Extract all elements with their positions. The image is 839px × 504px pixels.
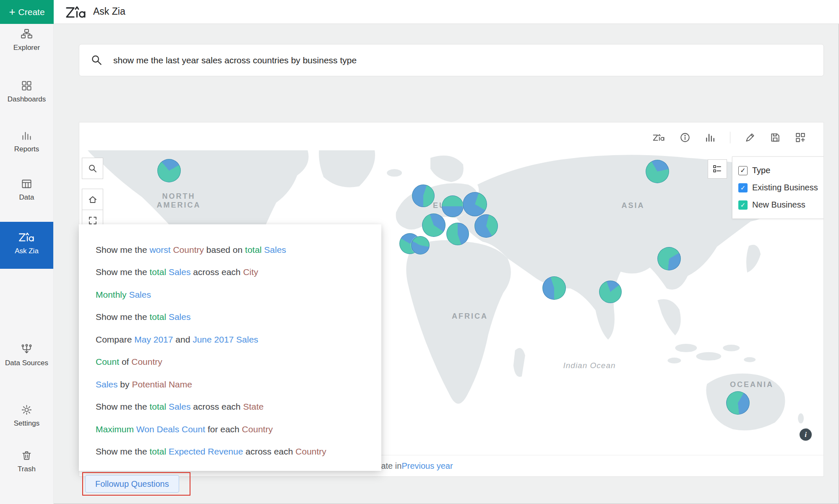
toolbar-divider <box>730 132 730 143</box>
suggestion-item[interactable]: Count of Country <box>96 351 373 374</box>
sidebar-item-data[interactable]: Data <box>0 178 53 202</box>
map-pie-chart[interactable] <box>657 247 681 270</box>
screen: + Create Ask Zia Explorer Dashboards Rep… <box>0 0 839 504</box>
edit-pencil-icon[interactable] <box>745 132 756 143</box>
map-pie-chart[interactable] <box>463 192 487 216</box>
suggestion-item[interactable]: Compare May 2017 and June 2017 Sales <box>96 328 373 351</box>
legend-item-label: Existing Business <box>752 183 818 192</box>
legend-toggle-button[interactable] <box>708 159 727 179</box>
suggestion-item[interactable]: Show me the worst Country based on total… <box>96 239 373 261</box>
legend-title-row[interactable]: ✓ Type <box>738 162 819 179</box>
plus-icon: + <box>9 6 15 17</box>
search-icon <box>88 164 98 174</box>
legend-title: Type <box>752 166 770 175</box>
create-button[interactable]: + Create <box>0 0 54 24</box>
legend-item-new-business[interactable]: ✓ New Business <box>738 196 819 213</box>
chart-type-icon[interactable] <box>705 132 716 143</box>
sidebar-item-ask-zia[interactable]: Ask Zia <box>0 222 53 269</box>
explorer-icon <box>21 29 32 40</box>
sidebar-item-label: Trash <box>18 465 36 473</box>
map-pie-chart[interactable] <box>542 276 566 300</box>
map-pie-chart[interactable] <box>411 236 430 255</box>
sidebar-item-explorer[interactable]: Explorer <box>0 29 53 52</box>
suggestions-list: Show me the worst Country based on total… <box>96 239 373 463</box>
create-label: Create <box>18 7 45 17</box>
dashboards-icon <box>21 80 32 91</box>
ask-zia-search-bar <box>79 44 824 76</box>
type-checkbox[interactable]: ✓ <box>738 166 748 175</box>
followup-questions-button[interactable]: Followup Questions <box>85 475 179 493</box>
sidebar-item-dashboards[interactable]: Dashboards <box>0 80 53 104</box>
map-pie-chart[interactable] <box>422 213 446 237</box>
footer-previous-year-link[interactable]: Previous year <box>401 461 453 471</box>
sidebar: Explorer Dashboards Reports Data Ask Zia… <box>0 24 54 504</box>
top-bar: + Create Ask Zia <box>0 0 839 24</box>
zia-logo-icon <box>65 4 87 22</box>
suggestion-item[interactable]: Show me the total Sales across each Stat… <box>96 396 373 418</box>
reports-icon <box>21 130 32 141</box>
map-search-button[interactable] <box>82 158 103 179</box>
sidebar-item-label: Data Sources <box>5 359 48 367</box>
map-pie-chart[interactable] <box>157 159 181 182</box>
map-pie-chart[interactable] <box>442 195 464 217</box>
save-icon[interactable] <box>770 132 781 143</box>
suggestion-item[interactable]: Show me the total Expected Revenue acros… <box>96 441 373 463</box>
map-home-button[interactable] <box>82 189 103 210</box>
legend-list-icon <box>712 164 722 174</box>
new-business-checkbox[interactable]: ✓ <box>738 200 748 210</box>
map-info-icon[interactable]: i <box>800 429 812 441</box>
page-title: Ask Zia <box>93 6 125 17</box>
existing-business-checkbox[interactable]: ✓ <box>738 183 748 192</box>
data-table-icon <box>21 178 32 190</box>
search-icon <box>91 55 102 66</box>
suggestion-item[interactable]: Show me the total Sales across each City <box>96 261 373 284</box>
legend-item-existing-business[interactable]: ✓ Existing Business <box>738 179 819 196</box>
suggestion-item[interactable]: Monthly Sales <box>96 283 373 306</box>
map-pie-chart[interactable] <box>446 223 469 245</box>
data-sources-icon <box>21 344 32 355</box>
sidebar-item-label: Data <box>19 193 34 201</box>
map-pie-chart[interactable] <box>599 281 622 303</box>
sidebar-item-label: Reports <box>14 145 39 153</box>
sidebar-item-data-sources[interactable]: Data Sources <box>0 344 53 367</box>
sidebar-item-trash[interactable]: Trash <box>0 450 53 473</box>
sidebar-item-settings[interactable]: Settings <box>0 404 53 428</box>
legend-panel: ✓ Type ✓ Existing Business ✓ New Busines… <box>732 156 823 219</box>
gear-icon <box>21 404 32 416</box>
info-icon[interactable] <box>680 132 690 143</box>
map-pie-chart[interactable] <box>726 391 750 415</box>
zia-icon[interactable] <box>653 133 665 142</box>
suggestion-item[interactable]: Sales by Potential Name <box>96 373 373 396</box>
home-icon <box>88 195 98 205</box>
sidebar-item-label: Ask Zia <box>15 247 39 255</box>
suggestion-item[interactable]: Maximum Won Deals Count for each Country <box>96 418 373 441</box>
sidebar-item-reports[interactable]: Reports <box>0 130 53 153</box>
map-pie-chart[interactable] <box>646 160 669 183</box>
suggestion-item[interactable]: Show me the total Sales <box>96 306 373 329</box>
trash-icon <box>21 450 32 461</box>
map-pie-chart[interactable] <box>412 184 435 207</box>
sidebar-item-label: Explorer <box>13 44 40 52</box>
sidebar-item-label: Settings <box>14 419 39 427</box>
legend-item-label: New Business <box>752 200 805 210</box>
followup-suggestions-panel: Show me the worst Country based on total… <box>79 224 381 471</box>
card-toolbar <box>653 132 806 143</box>
add-widget-icon[interactable] <box>795 132 806 143</box>
query-input[interactable] <box>113 55 743 65</box>
map-pie-chart[interactable] <box>474 214 498 238</box>
sidebar-item-label: Dashboards <box>8 95 46 103</box>
expand-icon <box>88 216 98 226</box>
ask-zia-icon <box>18 231 35 243</box>
